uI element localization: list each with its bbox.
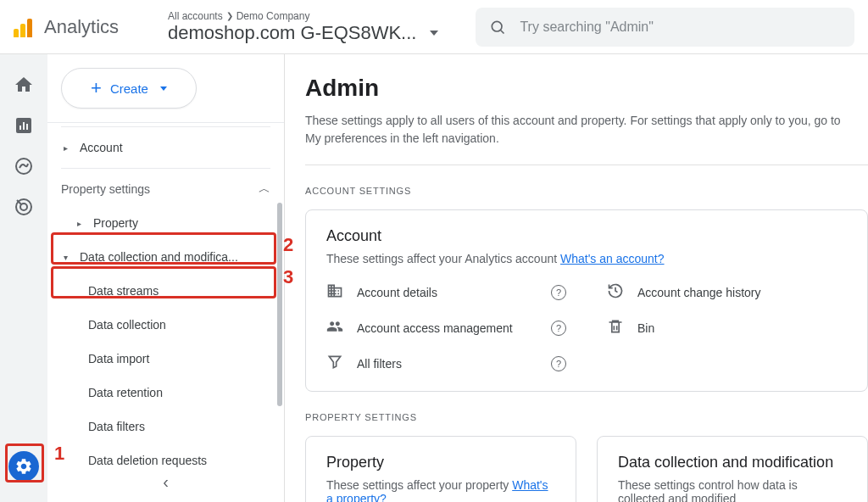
product-name: Analytics [44,16,119,38]
card-description: These settings affect your property What… [326,478,555,502]
dropdown-triangle-icon [430,31,438,36]
nav-section-property-settings[interactable]: Property settings ︿ [47,172,284,206]
nav-subitem-data-retention[interactable]: Data retention [47,376,284,410]
logo-section: Analytics [14,16,158,38]
domain-icon [326,282,343,303]
admin-gear-icon[interactable] [8,451,39,482]
nav-item-data-collection-modification[interactable]: ▾ Data collection and modifica... [47,240,284,274]
arrow-down-icon: ▾ [61,253,70,262]
bin-link[interactable]: Bin [607,318,847,338]
account-access-link[interactable]: Account access management ? [326,318,566,338]
nav-subitem-data-streams[interactable]: Data streams [47,274,284,308]
account-card: Account These settings affect your Analy… [305,209,868,392]
content-area: Admin These settings apply to all users … [285,54,868,502]
svg-point-0 [492,21,503,31]
admin-sidebar: + Create ▸ Account Property settings ︿ ▸… [47,54,285,502]
delete-icon [607,318,624,338]
svg-point-6 [16,159,31,174]
search-box[interactable]: Try searching "Admin" [476,8,854,47]
account-details-link[interactable]: Account details ? [326,282,566,303]
header: Analytics All accounts ❯ Demo Company de… [0,0,868,54]
collapse-sidebar-button[interactable]: ‹ [163,472,169,492]
people-icon [326,318,343,338]
property-card: Property These settings affect your prop… [305,436,576,502]
filter-icon [326,354,343,374]
reports-icon[interactable] [14,115,34,136]
nav-subitem-data-collection[interactable]: Data collection [47,308,284,342]
help-icon[interactable]: ? [551,356,566,371]
svg-line-1 [501,30,504,33]
help-icon[interactable]: ? [551,321,566,336]
page-title: Admin [305,75,868,102]
arrow-right-icon: ▸ [75,219,83,228]
account-switcher[interactable]: All accounts ❯ Demo Company demoshop.com… [158,7,448,47]
advertising-icon[interactable] [14,197,34,217]
card-description: These settings control how data is colle… [618,478,847,502]
nav-subitem-data-import[interactable]: Data import [47,342,284,376]
page-description: These settings apply to all users of thi… [305,112,868,165]
account-name: demoshop.com G-EQS8WK... [168,22,438,44]
search-placeholder: Try searching "Admin" [520,20,653,35]
home-icon[interactable] [14,75,34,95]
plus-icon: + [91,79,102,98]
explore-icon[interactable] [14,156,34,176]
nav-item-account[interactable]: ▸ Account [47,131,284,165]
card-title: Data collection and modification [618,454,847,471]
card-description: These settings affect your Analytics acc… [326,252,847,265]
data-collection-card: Data collection and modification These s… [597,436,868,502]
nav-rail [0,54,47,502]
all-filters-link[interactable]: All filters ? [326,354,566,374]
scrollbar[interactable] [277,203,282,406]
analytics-logo-icon [14,17,34,37]
chevron-up-icon: ︿ [259,181,270,197]
whats-an-account-link[interactable]: What's an account? [560,252,665,265]
help-icon[interactable]: ? [551,285,566,300]
card-title: Account [326,227,847,245]
chevron-right-icon: ❯ [226,11,233,20]
search-icon [489,19,506,36]
sidebar-nav: ▸ Account Property settings ︿ ▸ Property… [47,122,284,502]
account-change-history-link[interactable]: Account change history [607,282,847,303]
nav-subitem-data-filters[interactable]: Data filters [47,410,284,443]
dropdown-icon [160,86,167,91]
svg-rect-5 [26,124,28,130]
breadcrumb: All accounts ❯ Demo Company [168,10,438,22]
nav-item-property[interactable]: ▸ Property [47,206,284,240]
svg-rect-4 [23,122,25,130]
section-label-property: PROPERTY SETTINGS [305,412,868,422]
svg-rect-3 [19,126,21,130]
history-icon [607,282,624,303]
create-button[interactable]: + Create [61,68,197,109]
arrow-right-icon: ▸ [61,143,70,153]
card-title: Property [326,454,555,471]
section-label-account: ACCOUNT SETTINGS [305,186,868,196]
svg-point-8 [20,204,27,210]
